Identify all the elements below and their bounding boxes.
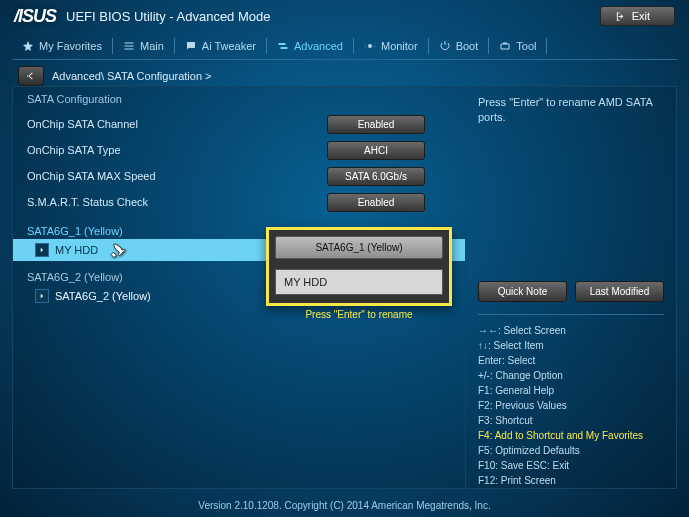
page-title: UEFI BIOS Utility - Advanced Mode bbox=[66, 9, 270, 24]
hotkey-line: +/-: Change Option bbox=[478, 368, 664, 383]
help-text: Press "Enter" to rename AMD SATA ports. bbox=[478, 95, 664, 275]
setting-row[interactable]: OnChip SATA MAX Speed SATA 6.0Gb/s bbox=[13, 163, 465, 189]
quick-actions: Quick Note Last Modified bbox=[478, 281, 664, 302]
top-bar: /ISUS UEFI BIOS Utility - Advanced Mode … bbox=[0, 0, 689, 32]
tab-label: Advanced bbox=[294, 40, 343, 52]
setting-row[interactable]: S.M.A.R.T. Status Check Enabled bbox=[13, 189, 465, 215]
tab-favorites[interactable]: My Favorites bbox=[12, 40, 112, 52]
tab-label: Ai Tweaker bbox=[202, 40, 256, 52]
expand-icon bbox=[35, 243, 49, 257]
vendor-logo: /ISUS bbox=[14, 6, 56, 27]
hotkey-line-highlight: F4: Add to Shortcut and My Favorites bbox=[478, 428, 664, 443]
exit-label: Exit bbox=[632, 10, 650, 22]
tab-label: My Favorites bbox=[39, 40, 102, 52]
setting-label: OnChip SATA Type bbox=[27, 144, 327, 156]
setting-value-button[interactable]: Enabled bbox=[327, 193, 425, 212]
rename-popup: SATA6G_1 (Yellow) MY HDD bbox=[266, 227, 452, 306]
exit-button[interactable]: Exit bbox=[600, 6, 675, 26]
hotkey-line: Enter: Select bbox=[478, 353, 664, 368]
section-heading: SATA Configuration bbox=[13, 93, 465, 111]
port-label: MY HDD bbox=[55, 244, 98, 256]
hotkey-line: ↑↓: Select Item bbox=[478, 338, 664, 353]
setting-row[interactable]: OnChip SATA Type AHCI bbox=[13, 137, 465, 163]
back-button[interactable] bbox=[18, 66, 44, 86]
tool-icon bbox=[499, 40, 511, 52]
tab-tool[interactable]: Tool bbox=[489, 40, 546, 52]
tab-monitor[interactable]: Monitor bbox=[354, 40, 428, 52]
setting-label: OnChip SATA Channel bbox=[27, 118, 327, 130]
tab-main[interactable]: Main bbox=[113, 40, 174, 52]
chat-icon bbox=[185, 40, 197, 52]
popup-hint: Press "Enter" to rename bbox=[266, 309, 452, 320]
tab-label: Main bbox=[140, 40, 164, 52]
hotkey-legend: →←: Select Screen ↑↓: Select Item Enter:… bbox=[478, 314, 664, 488]
hotkey-line: F2: Previous Values bbox=[478, 398, 664, 413]
footer: Version 2.10.1208. Copyright (C) 2014 Am… bbox=[0, 493, 689, 517]
tab-advanced[interactable]: Advanced bbox=[267, 40, 353, 52]
tab-label: Tool bbox=[516, 40, 536, 52]
tab-boot[interactable]: Boot bbox=[429, 40, 489, 52]
quick-note-button[interactable]: Quick Note bbox=[478, 281, 567, 302]
list-icon bbox=[123, 40, 135, 52]
tab-label: Monitor bbox=[381, 40, 418, 52]
setting-row[interactable]: OnChip SATA Channel Enabled bbox=[13, 111, 465, 137]
bios-root: /ISUS UEFI BIOS Utility - Advanced Mode … bbox=[0, 0, 689, 517]
popup-title: SATA6G_1 (Yellow) bbox=[275, 236, 443, 259]
main-frame: SATA Configuration OnChip SATA Channel E… bbox=[12, 86, 677, 489]
hotkey-line: F12: Print Screen bbox=[478, 473, 664, 488]
star-icon bbox=[22, 40, 34, 52]
setting-label: OnChip SATA MAX Speed bbox=[27, 170, 327, 182]
left-panel: SATA Configuration OnChip SATA Channel E… bbox=[13, 87, 466, 488]
setting-value-button[interactable]: Enabled bbox=[327, 115, 425, 134]
breadcrumb: Advanced\ SATA Configuration > bbox=[52, 70, 212, 82]
rename-input[interactable]: MY HDD bbox=[275, 269, 443, 295]
hotkey-line: F10: Save ESC: Exit bbox=[478, 458, 664, 473]
nav-tabs: My Favorites Main Ai Tweaker Advanced Mo… bbox=[12, 32, 677, 60]
setting-value-button[interactable]: SATA 6.0Gb/s bbox=[327, 167, 425, 186]
setting-label: S.M.A.R.T. Status Check bbox=[27, 196, 327, 208]
right-panel: Press "Enter" to rename AMD SATA ports. … bbox=[466, 87, 676, 488]
back-arrow-icon bbox=[24, 70, 38, 82]
setting-value-button[interactable]: AHCI bbox=[327, 141, 425, 160]
tab-label: Boot bbox=[456, 40, 479, 52]
port-label: SATA6G_2 (Yellow) bbox=[55, 290, 151, 302]
expand-icon bbox=[35, 289, 49, 303]
hotkey-line: F3: Shortcut bbox=[478, 413, 664, 428]
hotkey-line: F1: General Help bbox=[478, 383, 664, 398]
divider bbox=[546, 38, 547, 54]
exit-icon bbox=[615, 11, 626, 22]
advanced-icon bbox=[277, 40, 289, 52]
hotkey-line: F5: Optimized Defaults bbox=[478, 443, 664, 458]
monitor-icon bbox=[364, 40, 376, 52]
last-modified-button[interactable]: Last Modified bbox=[575, 281, 664, 302]
power-icon bbox=[439, 40, 451, 52]
hotkey-line: →←: Select Screen bbox=[478, 323, 664, 338]
tab-ai-tweaker[interactable]: Ai Tweaker bbox=[175, 40, 266, 52]
